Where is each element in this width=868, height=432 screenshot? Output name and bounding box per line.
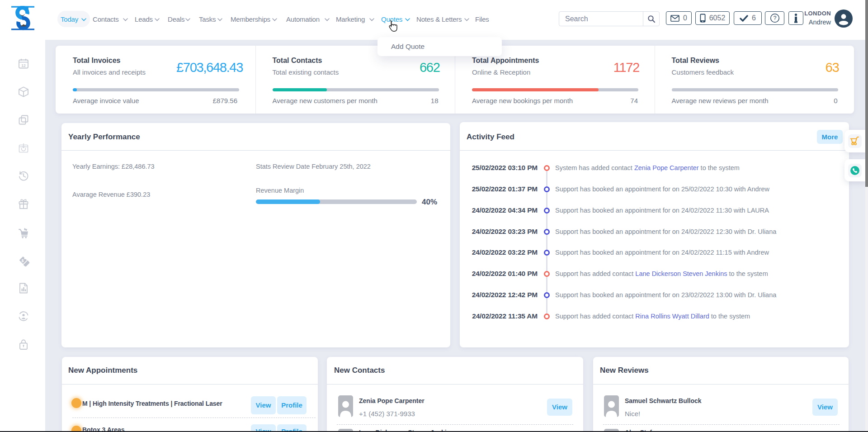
svg-text:12: 12 <box>21 63 26 68</box>
svg-text:?: ? <box>773 15 776 21</box>
